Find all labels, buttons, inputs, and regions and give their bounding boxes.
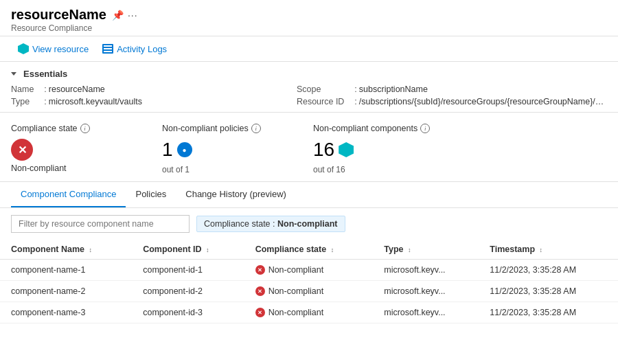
- cell-type: microsoft.keyv...: [373, 302, 479, 323]
- sort-icon-timestamp: ↕: [540, 247, 543, 253]
- non-compliant-policies-card: Non-compliant policies i 1 out of 1: [162, 124, 313, 174]
- component-table-container: Component Name ↕ Component ID ↕ Complian…: [0, 240, 618, 323]
- non-compliant-cell-icon: [255, 308, 265, 317]
- table-row: component-name-2 component-id-2 Non-comp…: [0, 281, 618, 302]
- sort-icon-compliance-state: ↕: [331, 247, 334, 253]
- name-label: Name: [11, 84, 44, 94]
- col-timestamp[interactable]: Timestamp ↕: [479, 240, 618, 260]
- badge-prefix: Compliance state :: [204, 219, 277, 229]
- pin-icon[interactable]: 📌: [112, 10, 124, 21]
- tab-policies[interactable]: Policies: [126, 182, 176, 207]
- type-label: Type: [11, 97, 44, 106]
- essentials-section: Essentials Name :resourceName Scope :sub…: [0, 62, 618, 113]
- page-subtitle: Resource Compliance: [11, 23, 607, 33]
- compliance-state-text: Non-compliant: [268, 286, 324, 296]
- col-component-id[interactable]: Component ID ↕: [132, 240, 244, 260]
- badge-value: Non-compliant: [277, 219, 338, 229]
- non-compliant-policies-info-icon[interactable]: i: [251, 124, 261, 133]
- cell-component-name: component-name-2: [0, 281, 132, 302]
- component-icon: [339, 142, 354, 157]
- essentials-chevron-icon: [11, 72, 16, 76]
- cell-component-name: component-name-1: [0, 260, 132, 281]
- metrics-section: Compliance state i Non-compliant Non-com…: [0, 113, 618, 182]
- sort-icon-component-name: ↕: [89, 247, 92, 253]
- components-count: 16: [313, 139, 334, 161]
- activity-logs-label: Activity Logs: [117, 44, 167, 54]
- tab-change-history[interactable]: Change History (preview): [176, 182, 296, 207]
- scope-value: :subscriptionName: [354, 84, 607, 94]
- compliance-filter-badge: Compliance state : Non-compliant: [196, 216, 345, 232]
- resource-id-value: :/subscriptions/{subId}/resourceGroups/{…: [354, 97, 607, 106]
- sort-icon-component-id: ↕: [206, 247, 209, 253]
- col-component-name[interactable]: Component Name ↕: [0, 240, 132, 260]
- cell-timestamp: 11/2/2023, 3:35:28 AM: [479, 260, 618, 281]
- view-resource-label: View resource: [32, 44, 89, 54]
- table-header: Component Name ↕ Component ID ↕ Complian…: [0, 240, 618, 260]
- filter-row: Compliance state : Non-compliant: [0, 208, 618, 240]
- cell-timestamp: 11/2/2023, 3:35:28 AM: [479, 302, 618, 323]
- cell-component-name: component-name-3: [0, 302, 132, 323]
- col-type[interactable]: Type ↕: [373, 240, 479, 260]
- policies-out-of: out of 1: [162, 165, 293, 174]
- policies-count: 1: [162, 139, 173, 161]
- compliance-state-label: Compliance state i: [11, 124, 141, 133]
- components-count-row: 16: [313, 139, 444, 161]
- type-value: :microsoft.keyvault/vaults: [44, 97, 297, 106]
- cell-type: microsoft.keyv...: [373, 260, 479, 281]
- non-compliant-components-info-icon[interactable]: i: [420, 124, 430, 133]
- non-compliant-components-label: Non-compliant components i: [313, 124, 444, 133]
- cell-compliance-state: Non-compliant: [244, 302, 374, 323]
- non-compliant-cell-icon: [255, 265, 265, 275]
- policy-icon: [177, 142, 192, 157]
- col-compliance-state[interactable]: Compliance state ↕: [244, 240, 374, 260]
- table-row: component-name-3 component-id-3 Non-comp…: [0, 302, 618, 323]
- compliance-state-text: Non-compliant: [268, 308, 324, 317]
- non-compliant-policies-label: Non-compliant policies i: [162, 124, 293, 133]
- essentials-grid: Name :resourceName Scope :subscriptionNa…: [11, 84, 607, 106]
- more-options-icon[interactable]: ···: [128, 10, 138, 21]
- policies-count-row: 1: [162, 139, 293, 161]
- components-out-of: out of 16: [313, 165, 444, 174]
- non-compliant-icon: [11, 139, 33, 161]
- page-header: resourceName 📌 ··· Resource Compliance: [0, 0, 618, 36]
- essentials-label: Essentials: [23, 69, 67, 79]
- header-actions: 📌 ···: [112, 10, 138, 21]
- tab-component-compliance[interactable]: Component Compliance: [11, 182, 126, 207]
- cell-compliance-state: Non-compliant: [244, 260, 374, 281]
- cell-compliance-state: Non-compliant: [244, 281, 374, 302]
- toolbar: View resource Activity Logs: [0, 36, 618, 62]
- table-body: component-name-1 component-id-1 Non-comp…: [0, 260, 618, 323]
- compliance-state-info-icon[interactable]: i: [80, 124, 90, 133]
- cell-component-id: component-id-2: [132, 281, 244, 302]
- view-resource-button[interactable]: View resource: [11, 41, 95, 57]
- cell-timestamp: 11/2/2023, 3:35:28 AM: [479, 281, 618, 302]
- cell-component-id: component-id-1: [132, 260, 244, 281]
- compliance-state-card: Compliance state i Non-compliant: [11, 124, 162, 174]
- compliance-state-text: Non-compliant: [268, 265, 324, 275]
- sort-icon-type: ↕: [408, 247, 411, 253]
- component-filter-input[interactable]: [11, 215, 190, 233]
- resource-id-label: Resource ID: [297, 97, 354, 106]
- cell-type: microsoft.keyv...: [373, 281, 479, 302]
- view-resource-icon: [18, 43, 29, 54]
- compliance-state-value: Non-compliant: [11, 163, 141, 173]
- name-value: :resourceName: [44, 84, 297, 94]
- tabs-bar: Component Compliance Policies Change His…: [0, 182, 618, 208]
- non-compliant-cell-icon: [255, 286, 265, 296]
- cell-component-id: component-id-3: [132, 302, 244, 323]
- essentials-header[interactable]: Essentials: [11, 69, 607, 79]
- activity-log-icon: [102, 43, 113, 54]
- resource-name-title: resourceName: [11, 7, 106, 23]
- table-row: component-name-1 component-id-1 Non-comp…: [0, 260, 618, 281]
- scope-label: Scope: [297, 84, 354, 94]
- activity-logs-button[interactable]: Activity Logs: [95, 41, 174, 57]
- component-table: Component Name ↕ Component ID ↕ Complian…: [0, 240, 618, 323]
- non-compliant-components-card: Non-compliant components i 16 out of 16: [313, 124, 464, 174]
